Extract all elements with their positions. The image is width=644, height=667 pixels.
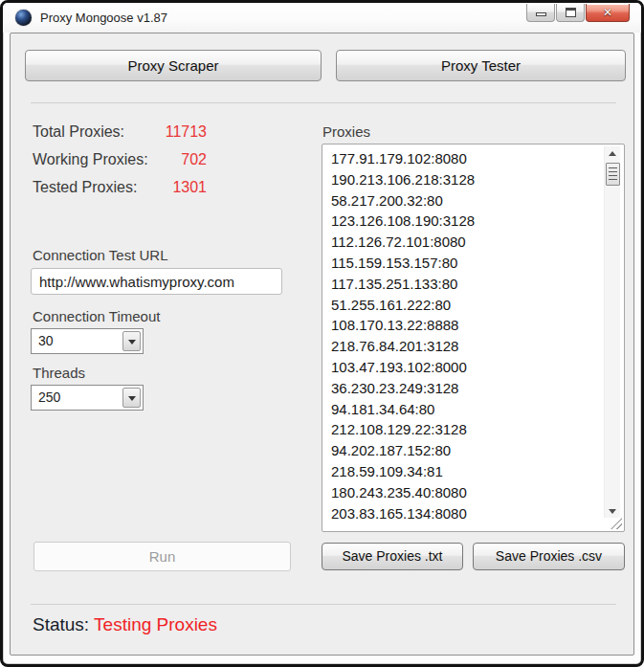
- connection-timeout-select[interactable]: 30: [31, 328, 144, 354]
- stat-value: 1301: [172, 179, 207, 207]
- threads-value: 250: [38, 389, 60, 405]
- proxy-entry: 103.47.193.102:8000: [331, 357, 601, 378]
- bottom-divider: [31, 604, 616, 605]
- stat-working-proxies: Working Proxies: 702: [33, 151, 207, 179]
- scroll-up-icon[interactable]: [605, 146, 621, 161]
- tab-proxy-tester[interactable]: Proxy Tester: [336, 50, 626, 81]
- window-title: Proxy Mongoose v1.87: [40, 11, 167, 25]
- minimize-button[interactable]: [526, 4, 555, 22]
- maximize-icon: [566, 8, 576, 17]
- proxy-entry: 123.126.108.190:3128: [331, 211, 601, 232]
- proxy-entry: 108.170.13.22:8888: [331, 315, 601, 336]
- stat-value: 702: [181, 151, 207, 179]
- stat-total-proxies: Total Proxies: 11713: [33, 123, 207, 151]
- stats-panel: Total Proxies: 11713 Working Proxies: 70…: [33, 123, 207, 207]
- proxy-entry: 115.159.153.157:80: [331, 253, 601, 274]
- scroll-down-icon[interactable]: [605, 503, 621, 518]
- proxies-listbox[interactable]: 177.91.179.102:8080190.213.106.218:31285…: [322, 144, 625, 532]
- status-label: Status:: [33, 614, 89, 634]
- title-bar: Proxy Mongoose v1.87 ✕: [3, 3, 641, 33]
- threads-select[interactable]: 250: [31, 385, 144, 411]
- connection-test-url-label: Connection Test URL: [33, 247, 167, 263]
- connection-timeout-label: Connection Timeout: [33, 308, 160, 324]
- stat-tested-proxies: Tested Proxies: 1301: [33, 179, 207, 207]
- chevron-down-icon[interactable]: [122, 331, 141, 351]
- window-controls: ✕: [525, 4, 630, 22]
- close-button[interactable]: ✕: [586, 4, 630, 22]
- minimize-icon: [536, 12, 546, 16]
- stat-value: 11713: [166, 123, 207, 151]
- scrollbar-thumb[interactable]: [606, 163, 620, 186]
- proxies-label: Proxies: [322, 123, 370, 140]
- stat-label: Working Proxies:: [33, 151, 148, 179]
- connection-timeout-value: 30: [38, 333, 54, 348]
- proxy-entry: 94.181.34.64:80: [331, 399, 601, 420]
- proxy-entry: 203.83.165.134:8080: [331, 503, 601, 524]
- proxy-entry: 177.91.179.102:8080: [331, 148, 601, 169]
- scrollbar[interactable]: [604, 146, 620, 518]
- proxy-entry: 180.243.235.40:8080: [331, 482, 601, 503]
- threads-label: Threads: [33, 365, 85, 381]
- close-icon: ✕: [587, 6, 629, 19]
- maximize-button[interactable]: [556, 4, 585, 22]
- save-proxies-txt-button[interactable]: Save Proxies .txt: [322, 543, 463, 570]
- proxy-entry: 58.217.200.32:80: [331, 190, 601, 211]
- tab-proxy-scraper[interactable]: Proxy Scraper: [25, 50, 322, 81]
- status-bar: Status: Testing Proxies: [33, 614, 217, 635]
- client-area: Proxy Scraper Proxy Tester Total Proxies…: [10, 33, 634, 656]
- proxy-list: 177.91.179.102:8080190.213.106.218:31285…: [322, 148, 601, 523]
- top-divider: [31, 102, 616, 103]
- app-window: Proxy Mongoose v1.87 ✕ Proxy Scraper Pro…: [0, 0, 644, 667]
- stat-label: Total Proxies:: [33, 123, 124, 151]
- connection-test-url-input[interactable]: [31, 268, 282, 295]
- proxy-entry: 117.135.251.133:80: [331, 274, 601, 295]
- chevron-down-icon[interactable]: [122, 388, 141, 408]
- stat-label: Tested Proxies:: [33, 179, 137, 207]
- proxy-entry: 218.59.109.34:81: [331, 461, 601, 482]
- proxy-entry: 112.126.72.101:8080: [331, 232, 601, 253]
- resize-grip-icon[interactable]: [611, 518, 622, 529]
- proxy-entry: 212.108.129.22:3128: [331, 419, 601, 440]
- status-value: Testing Proxies: [94, 614, 217, 634]
- save-proxies-csv-button[interactable]: Save Proxies .csv: [473, 543, 625, 570]
- proxy-entry: 218.76.84.201:3128: [331, 336, 601, 357]
- proxy-entry: 51.255.161.222:80: [331, 295, 601, 316]
- run-button[interactable]: Run: [33, 542, 291, 571]
- app-icon: [15, 10, 32, 26]
- proxy-entry: 94.202.187.152:80: [331, 440, 601, 461]
- proxy-entry: 190.213.106.218:3128: [331, 169, 601, 190]
- proxy-entry: 36.230.23.249:3128: [331, 378, 601, 399]
